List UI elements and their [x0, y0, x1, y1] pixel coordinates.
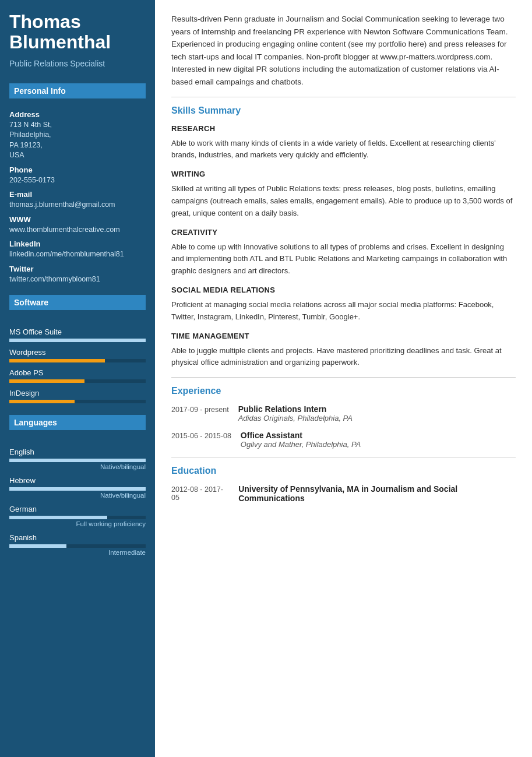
exp-company: Adidas Originals, Philadelphia, PA	[238, 414, 353, 422]
email-value: thomas.j.blumenthal@gmail.com	[9, 200, 146, 210]
email-label: E-mail	[9, 190, 146, 199]
experience-item: 2017-09 - presentPublic Relations Intern…	[171, 404, 516, 422]
language-bar-fill	[9, 487, 146, 491]
divider-2	[171, 377, 516, 378]
software-name: Wordpress	[9, 348, 146, 357]
address-label: Address	[9, 110, 146, 119]
language-name: German	[9, 505, 146, 513]
exp-date: 2015-06 - 2015-08	[171, 431, 231, 449]
language-bar-fill	[9, 516, 107, 519]
software-bar-bg	[9, 359, 146, 362]
software-skills: MS Office SuiteWordpressAdobe PSInDesign	[9, 322, 146, 404]
education-item: 2012-08 - 2017-05University of Pennsylva…	[171, 484, 516, 503]
exp-content: Office AssistantOgilvy and Mather, Phila…	[241, 431, 361, 449]
skill-title: CREATIVITY	[171, 228, 516, 237]
skill-title: WRITING	[171, 170, 516, 178]
language-bar-bg	[9, 516, 146, 519]
language-item: SpanishIntermediate	[9, 533, 146, 556]
skill-description: Able to come up with innovative solution…	[171, 241, 516, 277]
software-item: InDesign	[9, 389, 146, 403]
exp-title: Office Assistant	[241, 431, 361, 440]
language-item: GermanFull working proficiency	[9, 505, 146, 527]
sidebar: Thomas Blumenthal Public Relations Speci…	[0, 0, 155, 757]
phone-value: 202-555-0173	[9, 175, 146, 186]
software-name: MS Office Suite	[9, 328, 146, 336]
exp-company: Ogilvy and Mather, Philadelphia, PA	[241, 440, 361, 449]
language-bar-bg	[9, 459, 146, 462]
linkedin-label: LinkedIn	[9, 240, 146, 248]
candidate-name: Thomas Blumenthal	[9, 12, 146, 52]
edu-date: 2012-08 - 2017-05	[171, 484, 229, 503]
exp-content: Public Relations InternAdidas Originals,…	[238, 404, 353, 422]
candidate-title: Public Relations Specialist	[9, 58, 146, 69]
skill-title: TIME MANAGEMENT	[171, 332, 516, 340]
skill-description: Able to work with many kinds of clients …	[171, 138, 516, 162]
skill-description: Proficient at managing social media rela…	[171, 299, 516, 323]
language-item: EnglishNative/bilingual	[9, 448, 146, 470]
divider-3	[171, 457, 516, 457]
www-value: www.thomblumenthalcreative.com	[9, 225, 146, 235]
software-bar-bg	[9, 339, 146, 342]
exp-title: Public Relations Intern	[238, 404, 353, 414]
twitter-value: twitter.com/thommybloom81	[9, 274, 146, 285]
language-skills: EnglishNative/bilingualHebrewNative/bili…	[9, 442, 146, 556]
language-name: Spanish	[9, 533, 146, 542]
software-item: Adobe PS	[9, 368, 146, 383]
software-bar-fill	[9, 379, 84, 383]
software-name: Adobe PS	[9, 368, 146, 377]
experience-title: Experience	[171, 386, 516, 396]
language-level: Native/bilingual	[9, 492, 146, 499]
language-bar-bg	[9, 544, 146, 548]
personal-info-header: Personal Info	[9, 83, 146, 98]
language-name: English	[9, 448, 146, 456]
edu-content: University of Pennsylvania, MA in Journa…	[238, 484, 516, 503]
www-label: WWW	[9, 215, 146, 224]
twitter-label: Twitter	[9, 265, 146, 273]
education-container: 2012-08 - 2017-05University of Pennsylva…	[171, 484, 516, 503]
phone-label: Phone	[9, 166, 146, 174]
edu-degree: University of Pennsylvania, MA in Journa…	[238, 484, 516, 503]
software-item: MS Office Suite	[9, 328, 146, 342]
address-value: 713 N 4th St,Philadelphia,PA 19123,USA	[9, 120, 146, 161]
skill-description: Skilled at writing all types of Public R…	[171, 183, 516, 219]
language-bar-fill	[9, 544, 66, 548]
language-level: Native/bilingual	[9, 463, 146, 470]
software-header: Software	[9, 295, 146, 310]
software-bar-fill	[9, 359, 105, 362]
software-bar-bg	[9, 400, 146, 403]
language-item: HebrewNative/bilingual	[9, 476, 146, 499]
skill-title: SOCIAL MEDIA RELATIONS	[171, 286, 516, 294]
divider-1	[171, 97, 516, 97]
linkedin-value: linkedin.com/me/thomblumenthal81	[9, 249, 146, 260]
exp-date: 2017-09 - present	[171, 404, 229, 422]
software-item: Wordpress	[9, 348, 146, 362]
education-title: Education	[171, 466, 516, 476]
language-level: Full working proficiency	[9, 520, 146, 527]
main-content: Results-driven Penn graduate in Journali…	[155, 0, 532, 757]
software-bar-fill	[9, 400, 75, 403]
languages-header: Languages	[9, 415, 146, 430]
experience-item: 2015-06 - 2015-08Office AssistantOgilvy …	[171, 431, 516, 449]
summary-text: Results-driven Penn graduate in Journali…	[171, 13, 516, 89]
software-name: InDesign	[9, 389, 146, 397]
experience-container: 2017-09 - presentPublic Relations Intern…	[171, 404, 516, 449]
skill-title: RESEARCH	[171, 124, 516, 133]
language-name: Hebrew	[9, 476, 146, 485]
skills-summary-title: Skills Summary	[171, 105, 516, 116]
software-bar-fill	[9, 339, 146, 342]
language-bar-fill	[9, 459, 146, 462]
software-bar-bg	[9, 379, 146, 383]
skills-container: RESEARCHAble to work with many kinds of …	[171, 124, 516, 369]
language-bar-bg	[9, 487, 146, 491]
skill-description: Able to juggle multiple clients and proj…	[171, 345, 516, 369]
language-level: Intermediate	[9, 549, 146, 556]
